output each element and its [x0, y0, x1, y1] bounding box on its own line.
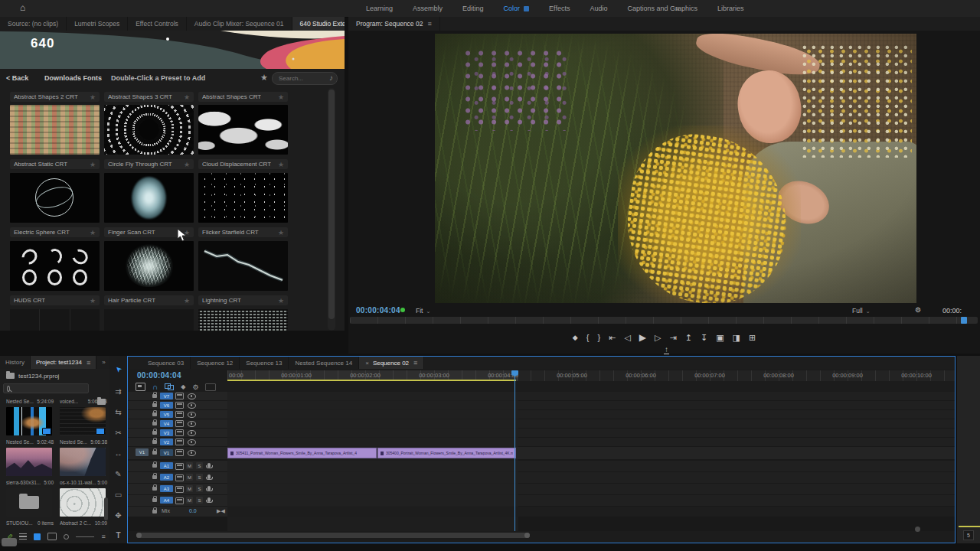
- snap-magnet-icon[interactable]: ∩: [152, 383, 158, 391]
- workspace-tab-color[interactable]: Color: [504, 5, 530, 12]
- project-item-label[interactable]: sierra-630x31...5:00: [6, 478, 54, 486]
- track-target-v3[interactable]: V3: [160, 429, 173, 436]
- zoom-level-dropdown[interactable]: Fit⌄: [416, 307, 430, 315]
- lock-icon[interactable]: [152, 431, 157, 435]
- tab-sequence-12[interactable]: Sequence 12: [191, 357, 240, 369]
- thumbnail-zoom-slider[interactable]: [76, 536, 94, 537]
- preset-label[interactable]: Electric Sphere CRT★: [10, 227, 100, 237]
- tab-lumetri-scopes[interactable]: Lumetri Scopes: [67, 17, 128, 31]
- hand-tool[interactable]: ✥: [109, 511, 127, 520]
- list-view-icon[interactable]: [19, 533, 27, 540]
- voiceover-mic-icon[interactable]: [207, 486, 211, 491]
- back-button[interactable]: < Back: [6, 74, 28, 82]
- lock-icon[interactable]: [152, 464, 157, 468]
- favorite-star-icon[interactable]: ★: [90, 229, 96, 236]
- panel-menu-icon[interactable]: ≡: [427, 20, 431, 28]
- sync-lock-icon[interactable]: [175, 474, 184, 481]
- scrollbar-handle-right[interactable]: [524, 533, 530, 538]
- button-editor-button[interactable]: ⊞: [749, 334, 756, 342]
- tab-sequence-13[interactable]: Sequence 13: [240, 357, 289, 369]
- tab-source[interactable]: Source: (no clips): [0, 17, 67, 31]
- ripple-edit-tool[interactable]: ⇆: [109, 408, 127, 416]
- preset-thumb-partial[interactable]: [198, 309, 288, 331]
- favorite-star-icon[interactable]: ★: [184, 93, 190, 101]
- track-output-eye-icon[interactable]: [188, 439, 196, 445]
- timeline-playhead[interactable]: [514, 370, 515, 531]
- mute-button[interactable]: M: [186, 474, 193, 481]
- project-thumb-sierra[interactable]: [6, 448, 52, 476]
- preset-label[interactable]: Circle Fly Through CRT★: [104, 159, 194, 169]
- tab-overflow-icon[interactable]: »: [96, 356, 109, 369]
- favorites-star-icon[interactable]: ★: [260, 73, 268, 83]
- preset-thumb-partial[interactable]: [104, 309, 194, 331]
- timeline-timecode[interactable]: 00:00:04:04: [137, 371, 181, 380]
- scrollbar-thumb[interactable]: [328, 90, 335, 319]
- playback-resolution-dropdown[interactable]: Full⌄: [852, 307, 871, 315]
- preset-thumb-huds[interactable]: [10, 241, 100, 291]
- project-item-label[interactable]: Abstract 2 C...10:09: [60, 519, 107, 527]
- preset-label[interactable]: Hair Particle CRT★: [104, 295, 194, 305]
- tab-program-sequence-02[interactable]: Program: Sequence 02 ≡: [348, 17, 440, 31]
- pen-tool[interactable]: ✎: [109, 470, 127, 478]
- workspace-tab-libraries[interactable]: Libraries: [717, 5, 744, 12]
- source-patch-v1[interactable]: V1: [136, 448, 149, 456]
- track-output-eye-icon[interactable]: [188, 412, 196, 418]
- sync-lock-icon[interactable]: [175, 439, 184, 445]
- mute-button[interactable]: M: [186, 462, 193, 469]
- work-area-bar[interactable]: [227, 380, 516, 381]
- sync-lock-icon[interactable]: [175, 411, 184, 418]
- mute-button[interactable]: M: [186, 485, 193, 492]
- sync-lock-icon[interactable]: [175, 402, 184, 409]
- go-to-out-button[interactable]: ⇥: [670, 334, 677, 342]
- comparison-view-button[interactable]: ◨: [733, 334, 740, 342]
- mark-in-button[interactable]: {: [586, 334, 590, 342]
- tab-sequence-03[interactable]: Sequence 03: [142, 357, 191, 369]
- tab-audio-clip-mixer[interactable]: Audio Clip Mixer: Sequence 01: [187, 17, 292, 31]
- lock-icon[interactable]: [152, 394, 157, 398]
- rectangle-tool[interactable]: ▭: [109, 491, 127, 499]
- solo-button[interactable]: S: [196, 462, 203, 469]
- tab-effect-controls[interactable]: Effect Controls: [128, 17, 187, 31]
- lock-icon[interactable]: [152, 422, 157, 425]
- favorite-star-icon[interactable]: ★: [278, 161, 284, 168]
- preset-thumb-cloud-displacement[interactable]: [198, 105, 288, 155]
- preset-thumb-finger-scan[interactable]: [104, 173, 194, 223]
- lift-button[interactable]: ↥: [685, 334, 692, 342]
- home-icon[interactable]: ⌂: [20, 2, 25, 13]
- track-output-eye-icon[interactable]: [188, 403, 196, 409]
- sync-lock-icon[interactable]: [175, 486, 184, 493]
- timeline-vertical-scroll-knob[interactable]: [915, 527, 920, 532]
- downloads-fonts-button[interactable]: Downloads Fonts: [44, 74, 102, 82]
- project-thumb-bin[interactable]: [6, 488, 52, 517]
- solo-button[interactable]: S: [196, 474, 203, 481]
- lock-icon[interactable]: [152, 403, 157, 407]
- track-target-v2[interactable]: V2: [160, 439, 173, 445]
- go-to-in-button[interactable]: ⇤: [609, 334, 616, 342]
- track-output-eye-icon[interactable]: [188, 421, 196, 427]
- track-select-forward-tool[interactable]: ⇉: [109, 387, 127, 396]
- preset-thumb-partial[interactable]: [10, 309, 100, 331]
- sync-lock-icon[interactable]: [175, 393, 184, 399]
- favorite-star-icon[interactable]: ★: [90, 297, 96, 305]
- voiceover-mic-icon[interactable]: [207, 497, 211, 502]
- lock-icon[interactable]: [152, 440, 157, 444]
- project-search-input[interactable]: [3, 383, 89, 393]
- panel-menu-icon[interactable]: ≡: [413, 359, 417, 367]
- timeline-clip[interactable]: 305411_Portrait_Woman_Flowers_Smile_By_A…: [227, 448, 377, 458]
- favorite-star-icon[interactable]: ★: [184, 161, 190, 168]
- linked-selection-icon[interactable]: [165, 383, 174, 390]
- track-target-a4[interactable]: A4: [160, 497, 173, 504]
- music-note-icon[interactable]: ♪: [329, 73, 333, 82]
- track-target-a1[interactable]: A1: [160, 462, 173, 469]
- track-target-v5[interactable]: V5: [160, 411, 173, 418]
- workspace-tab-assembly[interactable]: Assembly: [413, 5, 443, 12]
- workspace-tab-effects[interactable]: Effects: [549, 5, 570, 12]
- mark-out-button[interactable]: }: [597, 334, 600, 342]
- preset-label[interactable]: Abstract Static CRT★: [10, 159, 100, 169]
- selection-tool[interactable]: ➤: [109, 360, 127, 378]
- preset-scrollbar[interactable]: [328, 88, 335, 331]
- timeline-settings-wrench-icon[interactable]: ⚙: [192, 383, 198, 391]
- add-marker-icon[interactable]: ◆: [181, 383, 185, 390]
- step-forward-button[interactable]: ▷: [655, 334, 661, 342]
- freeform-view-icon[interactable]: [47, 533, 57, 540]
